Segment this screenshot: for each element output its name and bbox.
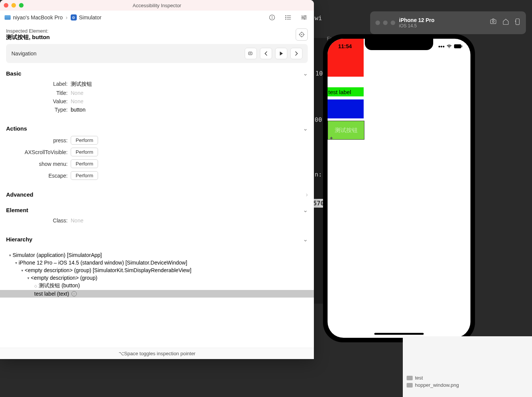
code-fragment: 10 (315, 70, 323, 77)
actions-section: Actions ⌄ press:Perform AXScrollToVisibl… (0, 118, 314, 186)
chevron-down-icon[interactable]: ⌄ (303, 206, 308, 214)
iphone-screen[interactable]: 11:54 ••• test label 测试按钮 ✦ (328, 39, 470, 338)
tree-node-label: iPhone 12 Pro – iOS 14.5 (standard windo… (19, 260, 187, 266)
disclosure-triangle-icon[interactable]: ▾ (9, 253, 11, 257)
simulator-traffic-lights (375, 20, 395, 25)
close-button[interactable] (4, 3, 8, 8)
notch (365, 39, 433, 50)
section-title-basic: Basic (6, 70, 21, 77)
basic-value-key: Value: (6, 98, 71, 104)
status-time: 11:54 (338, 43, 352, 49)
advanced-section[interactable]: Advanced › (0, 186, 314, 203)
inspection-pointer-button[interactable] (296, 28, 308, 41)
accessibility-inspector-window: Accessibility Inspector niyao's MacBook … (0, 0, 314, 359)
iphone-frame: 11:54 ••• test label 测试按钮 ✦ (323, 34, 475, 342)
navigation-label: Navigation (11, 50, 36, 57)
svg-rect-23 (491, 20, 496, 24)
basic-label-value: 测试按钮 (71, 81, 92, 88)
svg-point-10 (305, 16, 306, 17)
section-title-actions: Actions (6, 125, 27, 132)
disclosure-triangle-icon[interactable]: ▾ (27, 276, 29, 280)
minimize-button[interactable] (383, 20, 388, 25)
audit-button[interactable] (283, 13, 293, 22)
svg-point-2 (272, 16, 272, 17)
perform-press-button[interactable]: Perform (71, 136, 98, 145)
basic-type-key: Type: (6, 107, 71, 113)
perform-escape-button[interactable]: Perform (71, 171, 98, 180)
tree-row[interactable]: ▾iPhone 12 Pro – iOS 14.5 (standard wind… (6, 259, 308, 266)
blue-view (328, 99, 364, 118)
footer-hint: ⌥Space toggles inspection pointer (0, 348, 314, 359)
simulator-ios-version: iOS 14.5 (399, 23, 486, 28)
status-icons: ••• (438, 43, 463, 50)
action-scroll-key: AXScrollToVisible: (6, 149, 71, 155)
element-section: Element ⌄ Class:None (0, 203, 314, 229)
nav-play-button[interactable] (275, 48, 287, 59)
svg-point-24 (492, 20, 494, 22)
screenshot-button[interactable] (489, 18, 497, 27)
finder-file-row[interactable]: hopper_window.png (407, 381, 528, 389)
svg-rect-26 (454, 44, 461, 48)
file-thumbnail-icon (407, 376, 413, 380)
disclosure-triangle-icon[interactable]: ▾ (15, 261, 17, 265)
speak-button[interactable] (245, 48, 257, 59)
tree-row[interactable]: ▾Simulator (application) [SimulatorApp] (6, 251, 308, 259)
section-title-element: Element (6, 207, 28, 213)
battery-icon (454, 43, 463, 50)
nav-previous-button[interactable] (260, 48, 272, 59)
svg-rect-21 (249, 52, 252, 55)
rotate-button[interactable] (515, 18, 521, 27)
toolbar-actions (267, 13, 309, 22)
file-name: test (415, 375, 423, 381)
wifi-icon (446, 43, 452, 50)
tree-row-selected[interactable]: test label (text)› (0, 290, 314, 298)
tree-node-label: test label (text) (34, 291, 69, 297)
svg-rect-25 (516, 19, 519, 25)
svg-point-5 (285, 17, 286, 18)
perform-menu-button[interactable]: Perform (71, 159, 98, 168)
disclosure-triangle-icon[interactable]: ▾ (21, 268, 23, 273)
settings-button[interactable] (299, 13, 309, 22)
action-menu-key: show menu: (6, 161, 71, 167)
perform-scroll-button[interactable]: Perform (71, 148, 98, 156)
navigation-panel: Navigation (6, 44, 308, 63)
file-name: hopper_window.png (415, 382, 459, 388)
home-indicator[interactable] (374, 333, 424, 335)
code-fragment: n: (315, 171, 322, 178)
maximize-button[interactable] (391, 20, 395, 25)
svg-rect-27 (462, 45, 462, 47)
chevron-down-icon[interactable]: ⌄ (303, 236, 308, 243)
chevron-right-icon: › (306, 191, 308, 198)
focus-ring-icon[interactable]: › (71, 291, 77, 296)
macbook-icon (5, 15, 11, 20)
chevron-down-icon[interactable]: ⌄ (303, 125, 308, 132)
breadcrumb-path[interactable]: niyao's MacBook Pro › ⚙ Simulator (5, 14, 101, 20)
nav-next-button[interactable] (290, 48, 302, 59)
close-button[interactable] (375, 20, 380, 25)
tree-row[interactable]: ◇测试按钮 (button) (6, 282, 308, 290)
basic-label-key: Label: (6, 81, 71, 88)
crosshair-icon: ✦ (329, 135, 334, 141)
minimize-button[interactable] (11, 3, 16, 8)
traffic-lights (4, 3, 24, 8)
window-title: Accessibility Inspector (133, 3, 181, 8)
svg-point-7 (285, 19, 286, 20)
maximize-button[interactable] (19, 3, 24, 8)
element-class-value: None (71, 217, 83, 224)
test-label: test label (328, 87, 364, 96)
svg-point-14 (304, 18, 305, 19)
basic-value-value: None (71, 98, 83, 104)
section-title-advanced: Advanced (6, 191, 33, 198)
tree-row[interactable]: ▾<empty description> (group) [SimulatorK… (6, 266, 308, 274)
tree-row[interactable]: ▾<empty description> (group) (6, 274, 308, 282)
info-button[interactable] (267, 13, 277, 22)
inspected-label: Inspected Element: (6, 28, 50, 34)
hierarchy-tree: ▾Simulator (application) [SimulatorApp] … (0, 250, 314, 299)
signal-icon: ••• (438, 43, 445, 50)
inspected-value: 测试按钮, button (6, 34, 50, 41)
finder-file-row[interactable]: test (407, 374, 528, 381)
chevron-right-icon: › (66, 14, 68, 20)
chevron-down-icon[interactable]: ⌄ (303, 70, 308, 77)
svg-point-16 (301, 34, 302, 35)
home-button[interactable] (502, 18, 509, 27)
